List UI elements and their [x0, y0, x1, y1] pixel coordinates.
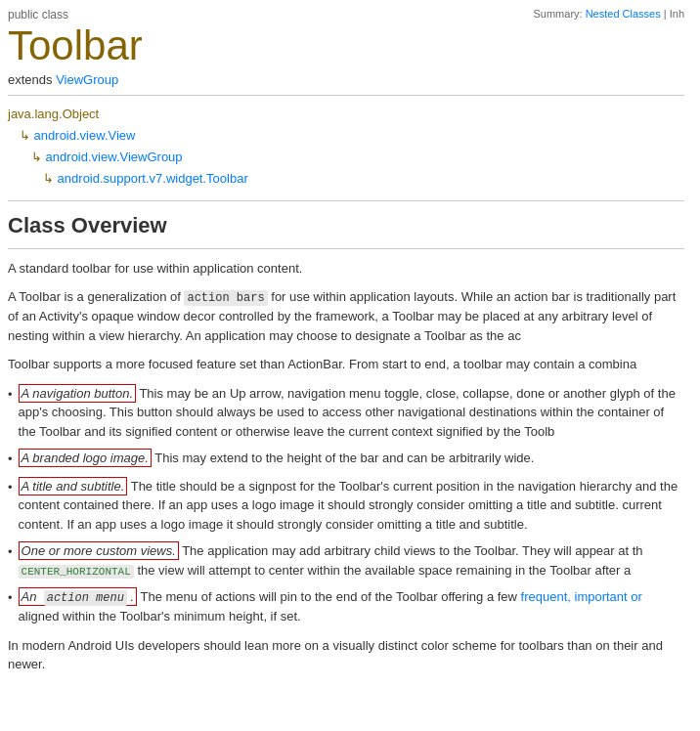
custom-views-desc2: the view will attempt to center within t… [137, 563, 631, 578]
summary-label: Summary: [533, 8, 582, 20]
action-menu-desc2: aligned within the Toolbar's minimum hei… [19, 609, 301, 624]
summary-links: Summary: Nested Classes | Inh [533, 8, 684, 20]
view-link[interactable]: android.view.View [30, 128, 135, 143]
extends-viewgroup-link[interactable]: ViewGroup [56, 72, 118, 87]
para1: A standard toolbar for use within applic… [8, 259, 684, 279]
class-overview-title: Class Overview [8, 213, 684, 238]
list-item: • A branded logo image. This may extend … [8, 449, 684, 469]
bullet-text-logo: A branded logo image. This may extend to… [19, 449, 684, 468]
bullet-dot: • [8, 588, 13, 608]
hierarchy-item-1: ↳ android.view.View [20, 125, 684, 147]
action-menu-code: action menu [44, 590, 127, 606]
header-divider [8, 95, 684, 96]
bullet-dot: • [8, 385, 13, 405]
bullet-dot: • [8, 478, 13, 497]
para2-before: A Toolbar is a generalization of [8, 289, 184, 304]
list-item: • An action menu . The menu of actions w… [8, 587, 684, 626]
page-container: public class Summary: Nested Classes | I… [0, 0, 700, 700]
extends-line: extends ViewGroup [8, 72, 684, 87]
list-item: • One or more custom views. The applicat… [8, 541, 684, 580]
toolbars-text: toolbars [518, 638, 563, 653]
viewgroup-link[interactable]: android.view.ViewGroup [42, 150, 183, 164]
para-final-text1: In modern Android UIs developers should … [8, 638, 518, 653]
bullet-text-nav: A navigation button. This may be an Up a… [19, 384, 684, 442]
public-class-label: public class [8, 8, 68, 22]
list-item: • A title and subtitle. The title should… [8, 477, 684, 535]
feature-list: • A navigation button. This may be an Up… [8, 384, 684, 626]
class-overview-divider [8, 200, 684, 201]
logo-desc: This may extend to the height of the bar… [154, 451, 534, 465]
hierarchy-item-2: ↳ android.view.ViewGroup [31, 147, 684, 168]
bullet-text-custom: One or more custom views. The applicatio… [19, 541, 684, 580]
hierarchy-item-3: ↳ android.support.v7.widget.Toolbar [43, 168, 684, 190]
header-row: public class Summary: Nested Classes | I… [8, 8, 684, 22]
action-menu-desc1: The menu of actions will pin to the end … [141, 589, 521, 604]
bullet-text-action-menu: An action menu . The menu of actions wil… [19, 587, 684, 626]
class-hierarchy: java.lang.Object ↳ android.view.View ↳ a… [8, 104, 684, 190]
action-bars-code: action bars [184, 290, 267, 306]
frequent-important-link[interactable]: frequent, important or [521, 589, 642, 604]
action-menu-term: An action menu . [19, 587, 138, 606]
list-item: • A navigation button. This may be an Up… [8, 384, 684, 442]
nested-classes-link[interactable]: Nested Classes [586, 8, 661, 20]
center-horizontal-code: CENTER_HORIZONTAL [19, 565, 134, 579]
logo-term: A branded logo image. [19, 449, 152, 467]
para2: A Toolbar is a generalization of action … [8, 287, 684, 345]
hierarchy-item-0: java.lang.Object [8, 104, 684, 125]
para3: Toolbar supports a more focused feature … [8, 355, 684, 374]
bullet-dot: • [8, 542, 13, 562]
toolbar-link[interactable]: android.support.v7.widget.Toolbar [54, 171, 248, 186]
custom-views-term: One or more custom views. [19, 541, 179, 560]
extends-label: extends [8, 72, 53, 87]
title-term: A title and subtitle. [19, 477, 128, 495]
para-final: In modern Android UIs developers should … [8, 636, 684, 674]
class-overview-rule [8, 248, 684, 249]
summary-inh: Inh [670, 8, 684, 20]
class-title: Toolbar [8, 23, 684, 68]
bullet-text-title: A title and subtitle. The title should b… [19, 477, 684, 535]
bullet-dot: • [8, 450, 13, 469]
custom-views-desc1: The application may add arbitrary child … [182, 543, 642, 558]
nav-button-term: A navigation button. [19, 384, 136, 403]
